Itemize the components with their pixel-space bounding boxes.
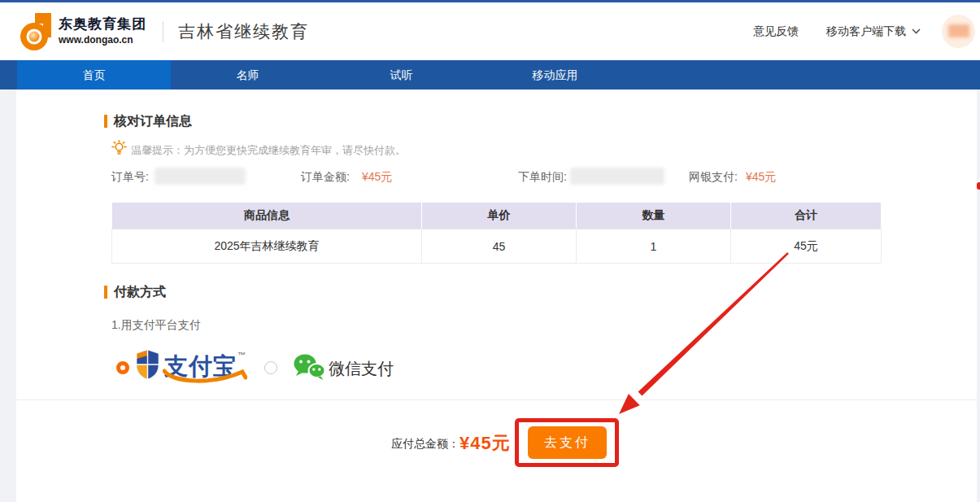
alipay-tm: ™ [237,351,246,360]
header-divider [163,21,163,42]
table-row: 2025年吉林继续教育 45 1 45元 [112,229,882,264]
header: 东奥教育集团 www.dongao.cn 吉林省继续教育 意见反馈 移动客户端下… [0,2,980,60]
order-time-redacted [570,168,664,185]
netbank-label: 网银支付: [689,170,738,185]
edge-red-artifact [977,182,980,190]
section-divider [16,399,977,400]
order-tip: 温馨提示：为方便您更快完成继续教育年审，请尽快付款。 [131,143,406,158]
tab-home[interactable]: 首页 [17,60,171,89]
payment-subtitle: 1.用支付平台支付 [111,318,201,333]
logo-brand-text: 东奥教育集团 [59,17,146,33]
order-no-label: 订单号: [111,170,149,185]
cell-product: 2025年吉林继续教育 [112,229,422,264]
tab-mobile-app[interactable]: 移动应用 [478,60,632,89]
order-number-redacted [155,168,246,185]
order-section-title: 核对订单信息 [114,113,192,130]
tab-teachers[interactable]: 名师 [171,60,324,89]
alipay-swoosh-icon [163,368,247,386]
mobile-download-link[interactable]: 移动客户端下载 [826,24,921,39]
tab-audition[interactable]: 试听 [324,60,478,89]
cell-unit-price: 45 [422,229,577,264]
payment-section-title: 付款方式 [114,284,166,301]
logo-url-text: www.dongao.cn [59,35,146,46]
dongao-d-mark-icon [19,11,53,52]
col-quantity: 数量 [577,203,731,229]
chevron-down-icon [912,28,921,34]
order-amount-label: 订单金额: [301,170,350,185]
wechat-label[interactable]: 微信支付 [329,358,394,380]
col-total: 合计 [731,203,882,229]
netbank-value: ¥45元 [746,170,776,185]
order-amount-value: ¥45元 [362,170,392,185]
cell-quantity: 1 [577,229,731,264]
wechat-radio[interactable] [264,361,277,374]
section-accent-bar [104,115,107,128]
order-time-label: 下单时间: [518,170,567,185]
col-unit-price: 单价 [422,203,577,229]
main-nav: 首页 名师 试听 移动应用 [0,60,980,89]
dongao-logo[interactable]: 东奥教育集团 www.dongao.cn [19,11,146,52]
cell-total: 45元 [731,229,882,264]
feedback-link[interactable]: 意见反馈 [753,24,799,39]
alipay-radio[interactable] [116,361,129,374]
bulb-icon [111,140,127,155]
table-header-row: 商品信息 单价 数量 合计 [112,203,882,229]
order-table: 商品信息 单价 数量 合计 2025年吉林继续教育 45 1 45元 [111,202,882,264]
total-label: 应付总金额： [391,437,460,452]
section-accent-bar [104,286,107,299]
alipay-shield-icon[interactable] [135,349,160,380]
total-value: ¥45元 [460,431,511,456]
avatar-redacted [948,24,969,37]
avatar[interactable] [942,15,975,48]
wechat-icon[interactable] [293,353,325,381]
col-product: 商品信息 [112,203,422,229]
pay-button[interactable]: 去支付 [528,426,607,459]
site-title: 吉林省继续教育 [178,20,309,43]
